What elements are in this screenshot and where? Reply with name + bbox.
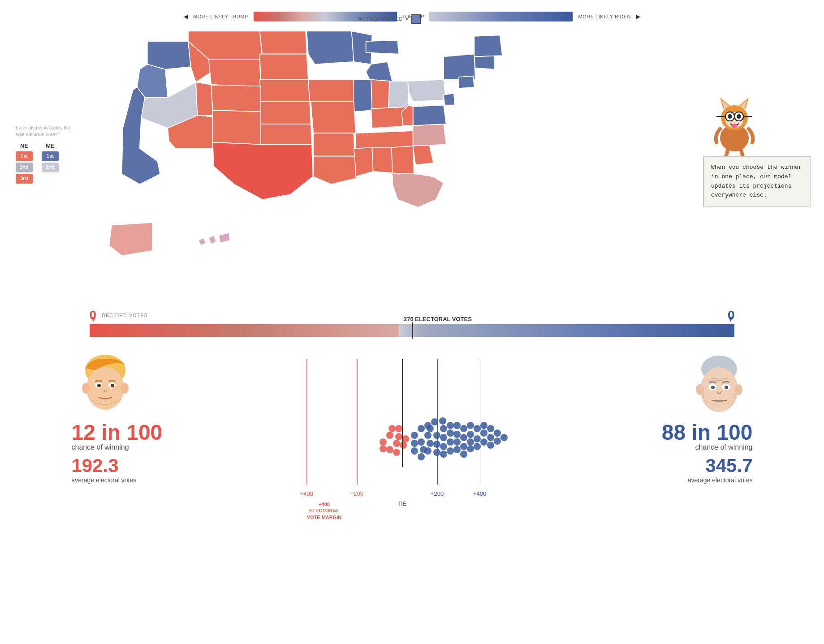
- me-header: ME: [46, 142, 55, 150]
- trump-side: 12 in 100 chance of winning 192.3 averag…: [72, 350, 197, 484]
- state-fl[interactable]: [392, 173, 444, 207]
- svg-point-19: [82, 383, 90, 394]
- fox-mascot: [708, 84, 761, 158]
- svg-point-23: [97, 384, 101, 387]
- state-ne[interactable]: [260, 80, 310, 102]
- district-legend: Each district in states that split elect…: [16, 125, 74, 185]
- electoral-section: 0 DECIDED VOTES 270 ELECTORAL VOTES 0 ▼ …: [54, 308, 771, 337]
- svg-point-13: [737, 114, 741, 119]
- trump-ev: 192.3: [72, 455, 119, 477]
- trump-400-axis: +400: [300, 490, 313, 497]
- svg-point-56: [453, 438, 461, 446]
- svg-point-59: [460, 443, 467, 450]
- state-wa[interactable]: [147, 41, 191, 69]
- ev-bar-biden: [425, 324, 734, 337]
- state-nd[interactable]: [260, 31, 307, 54]
- me-1st-box[interactable]: 1st: [42, 151, 59, 161]
- biden-chance: 88 in 100: [662, 422, 753, 443]
- state-la[interactable]: [313, 156, 357, 185]
- state-md[interactable]: [444, 93, 455, 105]
- svg-point-27: [393, 440, 400, 447]
- arrow-right-icon: ▶: [636, 13, 640, 20]
- state-hi-1[interactable]: [198, 238, 206, 245]
- us-map-container: [81, 26, 551, 281]
- state-sc[interactable]: [413, 144, 434, 165]
- state-nj[interactable]: [459, 76, 474, 88]
- state-va[interactable]: [413, 105, 446, 126]
- svg-point-58: [460, 434, 467, 441]
- state-ms[interactable]: [354, 147, 373, 176]
- svg-point-38: [424, 432, 431, 439]
- svg-point-49: [440, 434, 447, 441]
- trump-ev-margin-label: +400ELECTORALVOTE MARGIN: [307, 501, 342, 520]
- ne-1st-box[interactable]: 1st: [16, 151, 33, 161]
- svg-point-70: [487, 442, 494, 449]
- winner-picked-label: WINNER PICKED: [358, 16, 403, 21]
- svg-point-25: [380, 438, 387, 446]
- decided-votes-label-left: DECIDED VOTES: [102, 313, 148, 318]
- state-mi-up[interactable]: [366, 40, 399, 54]
- svg-point-75: [453, 422, 461, 429]
- district-legend-text: Each district in states that split elect…: [16, 125, 74, 138]
- state-sd[interactable]: [260, 54, 308, 80]
- state-ks[interactable]: [261, 102, 311, 124]
- ne-3rd-box[interactable]: 3rd: [16, 174, 33, 184]
- state-ma[interactable]: [474, 56, 495, 69]
- state-nc[interactable]: [413, 124, 446, 146]
- state-ny[interactable]: [444, 54, 475, 80]
- svg-point-68: [480, 429, 487, 437]
- state-al[interactable]: [372, 147, 393, 173]
- svg-point-81: [440, 425, 447, 432]
- trump-400-line: [306, 359, 307, 485]
- svg-point-43: [427, 440, 434, 447]
- svg-point-53: [433, 449, 440, 456]
- tie-line: [402, 359, 403, 467]
- tie-axis: TIE: [397, 500, 406, 507]
- me-2nd-box[interactable]: 2nd: [42, 163, 59, 172]
- svg-point-39: [418, 438, 425, 446]
- svg-point-26: [386, 432, 393, 439]
- svg-point-60: [453, 446, 461, 453]
- svg-point-45: [411, 447, 418, 455]
- svg-point-74: [447, 422, 454, 429]
- biden-face: [686, 350, 753, 417]
- svg-point-76: [460, 425, 467, 432]
- state-or[interactable]: [137, 64, 168, 98]
- svg-point-37: [418, 425, 425, 432]
- state-ak[interactable]: [109, 223, 152, 256]
- svg-point-51: [447, 438, 454, 446]
- svg-point-87: [696, 384, 704, 395]
- state-wy[interactable]: [209, 59, 261, 87]
- biden-side: 88 in 100 chance of winning 345.7 averag…: [627, 350, 753, 484]
- state-co[interactable]: [211, 85, 261, 112]
- state-tx[interactable]: [213, 142, 313, 200]
- state-in[interactable]: [371, 80, 389, 110]
- 270-ev-label: 270 ELECTORAL VOTES: [404, 316, 472, 322]
- trump-chance: 12 in 100: [72, 422, 163, 443]
- state-mn[interactable]: [306, 31, 354, 64]
- ne-2nd-box[interactable]: 2nd: [16, 163, 33, 172]
- state-hi-2[interactable]: [209, 235, 216, 245]
- state-pa[interactable]: [408, 80, 446, 102]
- state-me[interactable]: [474, 35, 502, 57]
- trump-face: [72, 350, 139, 417]
- svg-point-72: [494, 429, 501, 437]
- svg-point-28: [386, 446, 393, 453]
- state-ar[interactable]: [313, 133, 354, 156]
- state-oh[interactable]: [388, 81, 409, 109]
- state-il[interactable]: [354, 80, 372, 112]
- state-ut[interactable]: [196, 82, 213, 115]
- biden-200-axis: +200: [431, 490, 444, 497]
- state-ok[interactable]: [261, 124, 312, 145]
- svg-point-84: [439, 417, 446, 425]
- svg-point-88: [734, 384, 742, 395]
- state-nm[interactable]: [213, 110, 261, 144]
- us-map-svg: [81, 26, 551, 281]
- state-hi-3[interactable]: [219, 233, 230, 243]
- state-tn[interactable]: [356, 131, 418, 149]
- biden-400-axis: +400: [473, 490, 486, 497]
- state-mo[interactable]: [311, 102, 356, 133]
- state-ia[interactable]: [308, 80, 356, 102]
- svg-point-33: [388, 425, 396, 432]
- ne-col: NE 1st 2nd 3rd: [16, 142, 33, 184]
